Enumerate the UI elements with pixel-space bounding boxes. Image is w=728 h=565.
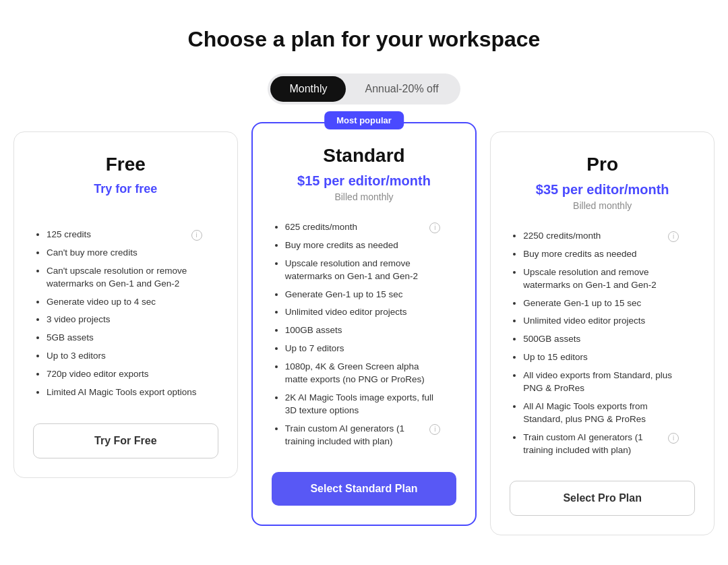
list-item: 1080p, 4K & Green Screen alpha matte exp… [285,361,441,386]
list-item: 125 credits i [47,229,202,241]
free-features-list: 125 credits i Can't buy more credits Can… [33,229,218,405]
list-item: Buy more credits as needed [285,239,441,252]
list-item: 625 credits/month i [285,221,441,234]
info-icon[interactable]: i [668,433,679,444]
list-item: Upscale resolution and remove watermarks… [285,258,441,283]
list-item: 3 video projects [47,314,202,326]
list-item: Generate Gen-1 up to 15 sec [523,297,679,310]
pro-plan-name: Pro [510,154,695,175]
list-item: 2K AI Magic Tools image exports, full 3D… [285,392,441,417]
list-item: All video exports from Standard, plus PN… [523,369,679,395]
list-item: Can't upscale resolution or remove water… [47,265,202,291]
free-plan-name: Free [33,154,218,175]
annual-toggle[interactable]: Annual-20% off [346,76,457,102]
list-item: Up to 3 editors [47,350,202,363]
info-icon[interactable]: i [668,231,679,242]
plans-container: Free Try for free 125 credits i Can't bu… [13,131,715,535]
list-item: 500GB assets [523,333,679,346]
pro-features-list: 2250 credits/month i Buy more credits as… [510,230,695,462]
list-item: Generate Gen-1 up to 15 sec [285,289,441,301]
page-title: Choose a plan for your workspace [188,27,541,52]
list-item: Up to 7 editors [285,343,441,355]
standard-plan-billing: Billed monthly [272,191,457,202]
standard-plan-price: $15 per editor/month [272,173,457,189]
info-icon[interactable]: i [191,230,202,241]
list-item: 100GB assets [285,324,441,337]
free-plan-price: Try for free [33,182,218,196]
list-item: Unlimited video editor projects [523,315,679,328]
list-item: Can't buy more credits [47,247,202,260]
standard-plan-name: Standard [272,145,457,167]
list-item: Up to 15 editors [523,351,679,364]
billing-toggle: Monthly Annual-20% off [268,73,460,105]
free-plan-button[interactable]: Try For Free [33,423,218,458]
monthly-toggle[interactable]: Monthly [270,76,346,102]
free-plan-card: Free Try for free 125 credits i Can't bu… [13,131,238,478]
list-item: 720p video editor exports [47,368,202,381]
list-item: 5GB assets [47,332,202,345]
list-item: Buy more credits as needed [523,248,679,261]
list-item: Train custom AI generators (1 training i… [523,432,679,457]
list-item: Generate video up to 4 sec [47,296,202,309]
standard-plan-card: Most popular Standard $15 per editor/mon… [251,122,477,526]
standard-features-list: 625 credits/month i Buy more credits as … [272,221,457,453]
pro-plan-billing: Billed monthly [510,200,695,211]
standard-plan-button[interactable]: Select Standard Plan [272,472,457,506]
pro-plan-card: Pro $35 per editor/month Billed monthly … [490,131,715,535]
pro-plan-price: $35 per editor/month [510,182,695,198]
list-item: All AI Magic Tools exports from Standard… [523,400,679,426]
free-plan-billing [33,199,218,210]
list-item: Upscale resolution and remove watermarks… [523,266,679,292]
most-popular-badge: Most popular [324,111,404,129]
list-item: Limited AI Magic Tools export options [47,386,202,399]
list-item: Unlimited video editor projects [285,306,441,319]
list-item: Train custom AI generators (1 training i… [285,423,441,448]
info-icon[interactable]: i [429,222,440,233]
list-item: 2250 credits/month i [523,230,679,243]
pro-plan-button[interactable]: Select Pro Plan [510,481,695,516]
info-icon[interactable]: i [429,424,440,435]
